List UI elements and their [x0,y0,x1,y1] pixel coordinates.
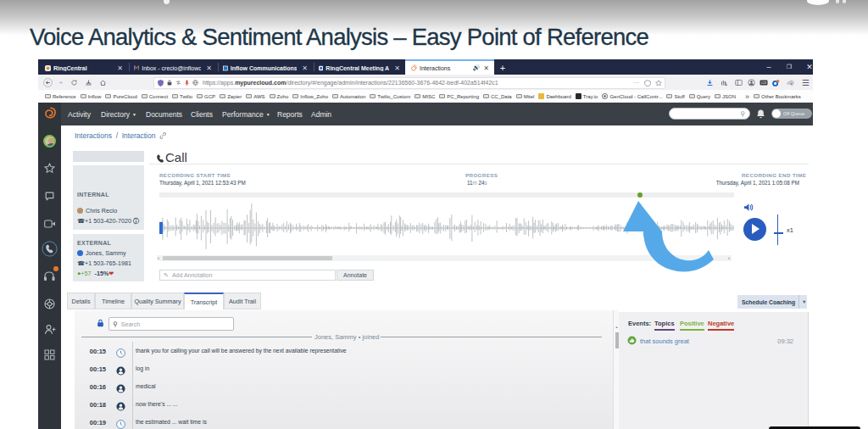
svg-text:123: 123 [761,81,766,85]
